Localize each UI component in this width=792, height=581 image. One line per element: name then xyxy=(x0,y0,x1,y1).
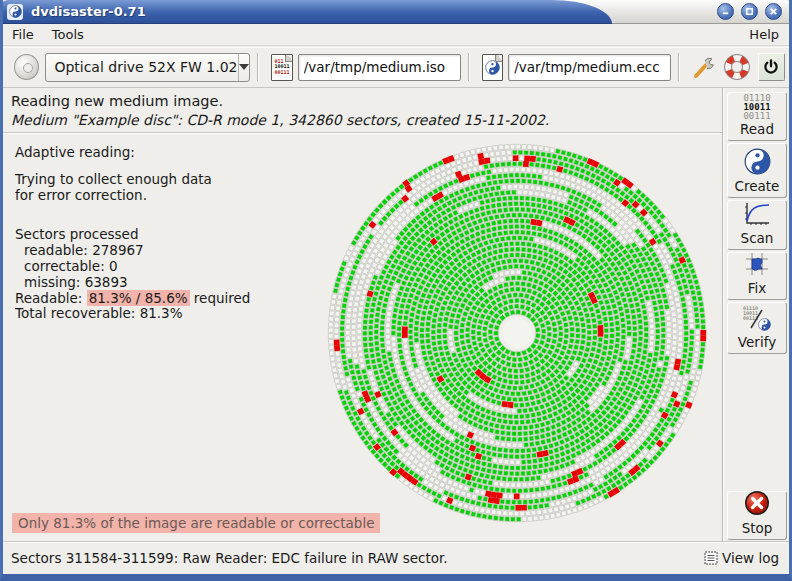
verify-button[interactable]: 011101001100111 Verify xyxy=(727,302,787,354)
sectors-missing: missing: 63893 xyxy=(15,275,305,291)
warning-banner: Only 81.3% of the image are readable or … xyxy=(12,513,380,533)
menubar: File Tools Help xyxy=(3,24,789,46)
toolbar: Optical drive 52X FW 1.02 0111001100111 xyxy=(3,47,789,88)
drive-selector-arrow[interactable] xyxy=(238,54,250,81)
toolbar-separator xyxy=(468,53,470,81)
footer-message: Sectors 311584-311599: Raw Reader: EDC f… xyxy=(11,550,704,566)
ecc-path-input[interactable] xyxy=(508,54,671,81)
sectors-processed-title: Sectors processed xyxy=(15,227,305,243)
maximize-button[interactable] xyxy=(741,3,758,20)
status-line2: Medium "Example disc": CD-R mode 1, 3428… xyxy=(11,112,723,128)
app-yin-yang-icon xyxy=(7,4,23,20)
toolbar-separator xyxy=(678,53,680,81)
view-log-label: View log xyxy=(722,550,779,566)
sectors-correctable: correctable: 0 xyxy=(15,259,305,275)
status-line1: Reading new medium image. xyxy=(11,93,723,109)
iso-path-input[interactable] xyxy=(298,54,461,81)
sector-spiral-visualization xyxy=(315,131,719,535)
fix-label: Fix xyxy=(748,280,767,296)
ecc-file-icon xyxy=(482,54,503,81)
create-button[interactable]: Create xyxy=(727,143,787,198)
drive-selector[interactable]: Optical drive 52X FW 1.02 xyxy=(45,53,250,82)
binary-read-icon: 01110 10011 00111 xyxy=(743,94,770,121)
footer-statusbar: Sectors 311584-311599: Raw Reader: EDC f… xyxy=(3,541,789,574)
readable-percentage-highlight: 81.3% / 85.6% xyxy=(87,290,190,306)
menu-help[interactable]: Help xyxy=(739,25,789,44)
read-button[interactable]: 01110 10011 00111 Read xyxy=(727,92,787,141)
menu-file[interactable]: File xyxy=(3,25,43,44)
window-title: dvdisaster-0.71 xyxy=(31,4,146,19)
scan-graph-icon xyxy=(743,201,771,230)
yin-yang-create-icon xyxy=(744,148,771,178)
create-label: Create xyxy=(735,178,780,194)
titlebar-tab[interactable]: dvdisaster-0.71 xyxy=(0,0,612,24)
read-label: Read xyxy=(740,121,774,137)
close-button[interactable] xyxy=(765,3,782,20)
puzzle-fix-icon xyxy=(744,251,770,280)
stop-button[interactable]: Stop xyxy=(727,491,787,540)
readable-percentage-line: Readable: 81.3% / 85.6% required xyxy=(15,291,305,307)
cd-drive-icon xyxy=(14,54,39,80)
toolbar-separator xyxy=(257,53,259,81)
reading-description: Trying to collect enough data for error … xyxy=(15,172,305,204)
titlebar: dvdisaster-0.71 xyxy=(0,0,792,24)
sidebar-separator xyxy=(722,88,724,541)
chevron-down-icon xyxy=(239,64,249,70)
reading-mode-label: Adaptive reading: xyxy=(15,145,305,161)
log-list-icon xyxy=(704,551,718,565)
stop-label: Stop xyxy=(742,520,773,536)
preferences-wrench-icon[interactable] xyxy=(690,53,717,81)
quit-power-button[interactable] xyxy=(758,53,785,81)
sectors-readable: readable: 278967 xyxy=(15,243,305,259)
view-log-button[interactable]: View log xyxy=(704,550,779,566)
verify-label: Verify xyxy=(738,334,776,350)
drive-selector-value: Optical drive 52X FW 1.02 xyxy=(46,59,237,75)
status-header: Reading new medium image. Medium "Exampl… xyxy=(3,88,723,133)
minimize-button[interactable] xyxy=(717,3,734,20)
menu-tools[interactable]: Tools xyxy=(43,25,93,44)
scan-label: Scan xyxy=(741,230,774,246)
verify-compare-icon: 011101001100111 xyxy=(743,306,771,334)
dvdisaster-window: dvdisaster-0.71 File Tools Help Optical … xyxy=(0,0,792,581)
scan-button[interactable]: Scan xyxy=(727,200,787,250)
info-panel: Adaptive reading: Trying to collect enou… xyxy=(15,145,305,322)
stop-icon xyxy=(743,489,771,520)
iso-file-icon: 0111001100111 xyxy=(271,54,292,81)
help-lifebelt-icon[interactable] xyxy=(723,53,750,81)
fix-button[interactable]: Fix xyxy=(727,252,787,300)
total-recoverable: Total recoverable: 81.3% xyxy=(15,306,305,322)
